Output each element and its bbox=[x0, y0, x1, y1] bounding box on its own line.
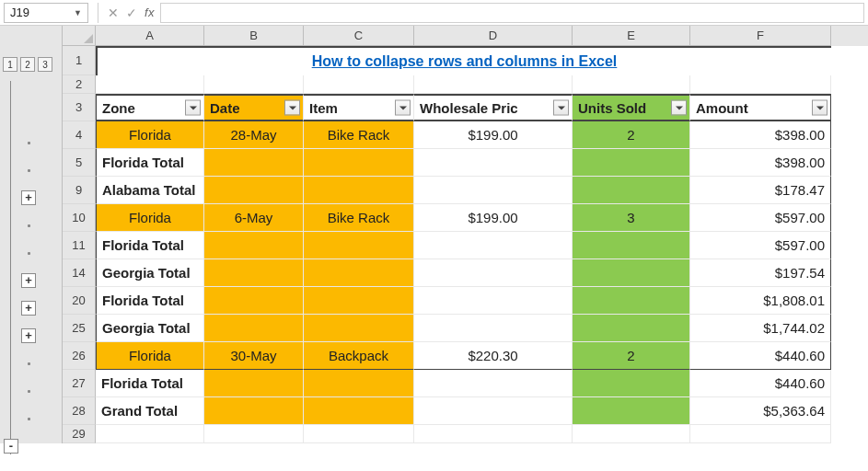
cell-amount[interactable]: $597.00 bbox=[690, 232, 831, 259]
cell[interactable] bbox=[204, 75, 304, 94]
cell[interactable] bbox=[204, 287, 304, 315]
name-box[interactable]: J19 ▼ bbox=[4, 3, 88, 23]
col-header-D[interactable]: D bbox=[414, 26, 573, 46]
cell[interactable] bbox=[414, 259, 573, 287]
cell[interactable] bbox=[304, 287, 414, 315]
cell-zone[interactable]: Florida bbox=[96, 204, 204, 232]
cell[interactable] bbox=[414, 315, 573, 342]
filter-icon[interactable] bbox=[185, 100, 201, 116]
header-amount[interactable]: Amount bbox=[690, 94, 831, 121]
cell[interactable] bbox=[204, 177, 304, 204]
cell-amount[interactable]: $398.00 bbox=[690, 121, 831, 149]
cell-total-label[interactable]: Florida Total bbox=[96, 287, 204, 315]
cell-amount[interactable]: $398.00 bbox=[690, 149, 831, 177]
row-header[interactable]: 5 bbox=[63, 149, 96, 177]
cell[interactable] bbox=[573, 232, 690, 259]
cell-amount[interactable]: $197.54 bbox=[690, 259, 831, 287]
cell-amount[interactable]: $1,808.01 bbox=[690, 287, 831, 315]
cell[interactable] bbox=[414, 149, 573, 177]
cell[interactable] bbox=[304, 149, 414, 177]
fx-label[interactable]: fx bbox=[145, 6, 155, 19]
header-date[interactable]: Date bbox=[204, 94, 304, 121]
cell[interactable] bbox=[204, 232, 304, 259]
select-all[interactable] bbox=[63, 26, 96, 46]
header-price[interactable]: Wholesale Pric bbox=[414, 94, 573, 121]
cell[interactable] bbox=[204, 315, 304, 342]
cell[interactable] bbox=[304, 370, 414, 397]
expand-row-20[interactable]: + bbox=[21, 301, 36, 316]
cell[interactable] bbox=[304, 177, 414, 204]
cell[interactable] bbox=[96, 75, 204, 94]
row-header[interactable]: 28 bbox=[63, 397, 96, 425]
cell[interactable] bbox=[304, 315, 414, 342]
cell[interactable] bbox=[573, 397, 690, 425]
col-header-E[interactable]: E bbox=[573, 26, 690, 46]
header-units[interactable]: Units Sold bbox=[573, 94, 690, 121]
cell[interactable] bbox=[414, 177, 573, 204]
cell[interactable] bbox=[204, 370, 304, 397]
cell-zone[interactable]: Florida bbox=[96, 342, 204, 370]
expand-row-25[interactable]: + bbox=[21, 328, 36, 343]
row-header[interactable]: 4 bbox=[63, 121, 96, 149]
cell[interactable] bbox=[414, 287, 573, 315]
cell[interactable] bbox=[414, 232, 573, 259]
cell[interactable] bbox=[204, 259, 304, 287]
expand-row-9[interactable]: + bbox=[21, 190, 36, 205]
cell-total-label[interactable]: Florida Total bbox=[96, 232, 204, 259]
enter-icon[interactable]: ✓ bbox=[126, 6, 137, 20]
cell-item[interactable]: Bike Rack bbox=[304, 204, 414, 232]
cell[interactable] bbox=[573, 315, 690, 342]
filter-icon[interactable] bbox=[395, 100, 411, 116]
cell[interactable] bbox=[304, 259, 414, 287]
cell[interactable] bbox=[96, 425, 204, 443]
outline-level-3[interactable]: 3 bbox=[38, 57, 52, 72]
cell-amount[interactable]: $5,363.64 bbox=[690, 397, 831, 425]
row-header[interactable]: 9 bbox=[63, 177, 96, 204]
outline-level-1[interactable]: 1 bbox=[3, 57, 17, 72]
cell-total-label[interactable]: Florida Total bbox=[96, 149, 204, 177]
cell[interactable] bbox=[414, 397, 573, 425]
cell[interactable] bbox=[304, 397, 414, 425]
cell-item[interactable]: Bike Rack bbox=[304, 121, 414, 149]
filter-icon[interactable] bbox=[553, 100, 569, 116]
col-header-C[interactable]: C bbox=[304, 26, 414, 46]
cell-date[interactable]: 6-May bbox=[204, 204, 304, 232]
cell-total-label[interactable]: Alabama Total bbox=[96, 177, 204, 204]
cell[interactable] bbox=[573, 177, 690, 204]
row-header[interactable]: 10 bbox=[63, 204, 96, 232]
row-header[interactable]: 1 bbox=[63, 46, 96, 75]
cell[interactable] bbox=[414, 75, 573, 94]
row-header[interactable]: 14 bbox=[63, 259, 96, 287]
cancel-icon[interactable]: ✕ bbox=[108, 6, 119, 20]
cell[interactable] bbox=[204, 397, 304, 425]
row-header[interactable]: 2 bbox=[63, 75, 96, 94]
title-cell[interactable]: How to collapse rows and columns in Exce… bbox=[96, 46, 831, 75]
header-zone[interactable]: Zone bbox=[96, 94, 204, 121]
cell[interactable] bbox=[304, 232, 414, 259]
cell-total-label[interactable]: Georgia Total bbox=[96, 259, 204, 287]
cell-price[interactable]: $199.00 bbox=[414, 121, 573, 149]
cell-amount[interactable]: $1,744.02 bbox=[690, 315, 831, 342]
row-header[interactable]: 11 bbox=[63, 232, 96, 259]
formula-input[interactable] bbox=[160, 3, 864, 23]
cell-item[interactable]: Backpack bbox=[304, 342, 414, 370]
col-header-F[interactable]: F bbox=[690, 26, 831, 46]
cell[interactable] bbox=[414, 370, 573, 397]
row-header[interactable]: 25 bbox=[63, 315, 96, 342]
cell-grand-total-label[interactable]: Grand Total bbox=[96, 397, 204, 425]
cell-units[interactable]: 3 bbox=[573, 204, 690, 232]
filter-icon[interactable] bbox=[284, 100, 300, 116]
cell[interactable] bbox=[690, 75, 831, 94]
cell[interactable] bbox=[204, 149, 304, 177]
cell[interactable] bbox=[304, 425, 414, 443]
cell-price[interactable]: $199.00 bbox=[414, 204, 573, 232]
cell-date[interactable]: 28-May bbox=[204, 121, 304, 149]
header-item[interactable]: Item bbox=[304, 94, 414, 121]
col-header-A[interactable]: A bbox=[96, 26, 204, 46]
row-header[interactable]: 26 bbox=[63, 342, 96, 370]
cell-zone[interactable]: Florida bbox=[96, 121, 204, 149]
cell-units[interactable]: 2 bbox=[573, 342, 690, 370]
collapse-grand-total[interactable]: - bbox=[4, 439, 18, 454]
cell[interactable] bbox=[414, 425, 573, 443]
cell-amount[interactable]: $440.60 bbox=[690, 370, 831, 397]
